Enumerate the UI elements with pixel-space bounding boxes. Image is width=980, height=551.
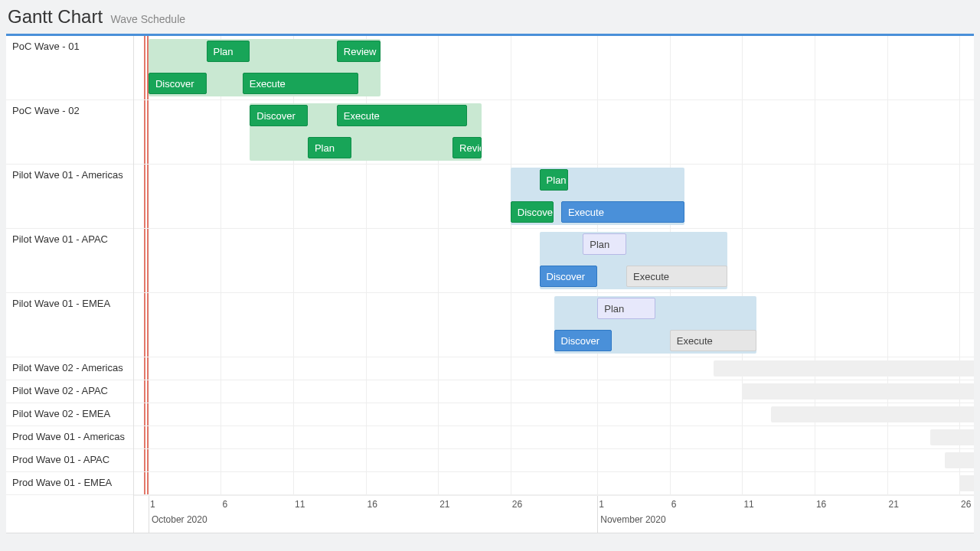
wave-span[interactable] xyxy=(771,406,974,422)
task-bar[interactable]: Execute xyxy=(337,105,467,126)
gantt-row xyxy=(134,426,974,449)
row-label: Prod Wave 01 - Americas xyxy=(6,426,133,449)
task-bar[interactable]: Execute xyxy=(670,330,756,351)
task-bar[interactable]: Plan xyxy=(583,233,626,255)
task-bar[interactable]: Review xyxy=(452,137,482,158)
row-label: PoC Wave - 01 xyxy=(6,36,133,100)
title-sub: Wave Schedule xyxy=(111,13,186,25)
row-label: Pilot Wave 02 - EMEA xyxy=(6,403,133,426)
wave-span[interactable] xyxy=(714,360,974,377)
x-tick: 1 xyxy=(150,499,155,510)
x-tick: 21 xyxy=(439,499,449,510)
x-tick: 6 xyxy=(671,499,677,510)
gantt-row: PlanDiscoverExecute xyxy=(134,229,974,293)
gantt-row: PlanReviewDiscoverExecute xyxy=(134,36,974,100)
gantt-row: PlanDiscoverExecute xyxy=(134,293,974,357)
wave-span[interactable] xyxy=(930,429,974,445)
row-label: Prod Wave 01 - APAC xyxy=(6,449,133,472)
row-label: PoC Wave - 02 xyxy=(6,100,133,165)
gantt-row: DiscoverExecutePlanReview xyxy=(134,100,974,165)
gantt-row xyxy=(134,403,974,426)
row-label: Pilot Wave 02 - Americas xyxy=(6,357,133,380)
gantt-panel: PoC Wave - 01PoC Wave - 02Pilot Wave 01 … xyxy=(6,34,974,533)
x-tick: 26 xyxy=(512,499,522,510)
row-label: Pilot Wave 02 - APAC xyxy=(6,380,133,403)
row-label: Pilot Wave 01 - APAC xyxy=(6,229,133,293)
x-axis: 16111621261611162126October 2020November… xyxy=(134,495,974,533)
task-bar[interactable]: Execute xyxy=(626,266,727,287)
task-bar[interactable]: Discover xyxy=(554,330,612,351)
task-bar[interactable]: Discover xyxy=(540,266,598,287)
x-month-label: November 2020 xyxy=(600,514,665,525)
task-bar[interactable]: Execute xyxy=(243,73,358,94)
wave-span[interactable] xyxy=(742,383,974,399)
row-label: Pilot Wave 01 - Americas xyxy=(6,165,133,229)
x-tick: 21 xyxy=(889,499,899,510)
task-bar[interactable]: Discover xyxy=(511,201,554,223)
gantt-chart[interactable]: PlanReviewDiscoverExecuteDiscoverExecute… xyxy=(134,36,974,533)
wave-span[interactable] xyxy=(945,452,974,468)
title-main: Gantt Chart xyxy=(8,6,103,27)
gantt-row xyxy=(134,472,974,495)
gantt-row xyxy=(134,449,974,472)
x-tick: 16 xyxy=(368,499,377,510)
task-bar[interactable]: Discover xyxy=(149,73,207,94)
gantt-row xyxy=(134,380,974,403)
task-bar[interactable]: Discover xyxy=(250,105,308,126)
row-labels: PoC Wave - 01PoC Wave - 02Pilot Wave 01 … xyxy=(6,36,134,533)
gantt-row: PlanDiscoverExecute xyxy=(134,165,974,229)
page-title: Gantt Chart Wave Schedule xyxy=(8,6,974,28)
x-tick: 1 xyxy=(599,499,604,510)
x-tick: 11 xyxy=(295,499,305,510)
task-bar[interactable]: Review xyxy=(337,41,381,62)
task-bar[interactable]: Plan xyxy=(308,137,351,158)
gantt-row xyxy=(134,357,974,380)
row-label: Prod Wave 01 - EMEA xyxy=(6,472,133,495)
x-tick: 11 xyxy=(743,499,753,510)
x-month-label: October 2020 xyxy=(152,514,207,525)
task-bar[interactable]: Execute xyxy=(561,201,684,223)
task-bar[interactable]: Plan xyxy=(207,41,250,62)
x-tick: 6 xyxy=(222,499,227,510)
task-bar[interactable]: Plan xyxy=(597,298,655,319)
wave-span[interactable] xyxy=(959,475,974,491)
x-tick: 26 xyxy=(961,499,971,510)
x-tick: 16 xyxy=(816,499,826,510)
row-label: Pilot Wave 01 - EMEA xyxy=(6,293,133,357)
task-bar[interactable]: Plan xyxy=(540,169,569,191)
